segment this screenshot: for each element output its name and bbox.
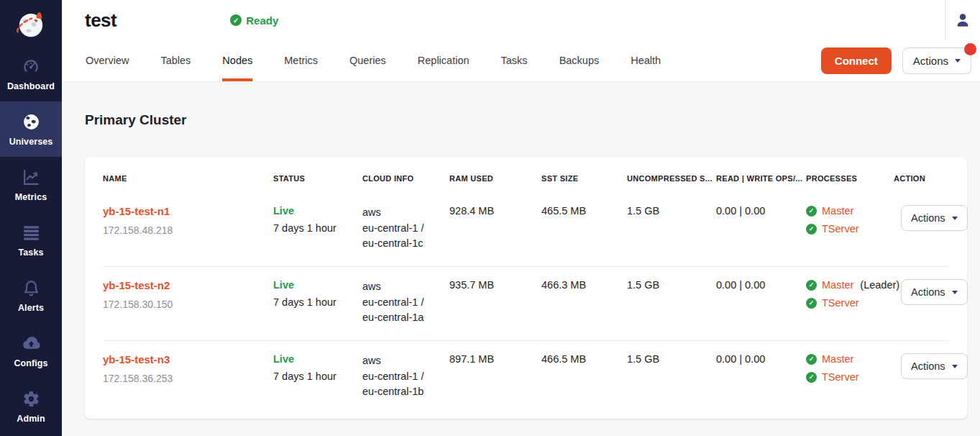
tab-overview[interactable]: Overview bbox=[86, 40, 129, 81]
node-status: Live bbox=[273, 279, 355, 291]
table-row: yb-15-test-n2 172.158.30.150 Live 7 days… bbox=[103, 266, 949, 340]
sst-size-value: 466.3 MB bbox=[541, 279, 627, 325]
tab-replication[interactable]: Replication bbox=[418, 40, 470, 81]
globe-icon bbox=[22, 112, 41, 132]
process-tserver: TServer bbox=[806, 297, 887, 309]
sidebar-item-metrics[interactable]: Metrics bbox=[0, 157, 62, 212]
node-ip: 172.158.48.218 bbox=[103, 224, 266, 236]
check-circle-icon bbox=[806, 206, 817, 217]
sst-size-value: 466.5 MB bbox=[541, 353, 627, 399]
read-write-ops-value: 0.00 | 0.00 bbox=[716, 279, 806, 325]
sidebar-item-alerts[interactable]: Alerts bbox=[0, 268, 62, 323]
sidebar-item-admin[interactable]: Admin bbox=[0, 378, 62, 434]
sidebar-item-label: Alerts bbox=[18, 303, 44, 313]
tab-nodes[interactable]: Nodes bbox=[222, 40, 252, 81]
node-status: Live bbox=[273, 205, 355, 217]
cloud-region: eu-central-1 / eu-central-1b bbox=[362, 369, 436, 399]
universe-title: test bbox=[85, 9, 116, 32]
cloud-provider: aws bbox=[362, 205, 436, 220]
sidebar-item-label: Dashboard bbox=[7, 81, 55, 91]
processes-cell: Master TServer bbox=[806, 205, 894, 251]
notification-dot bbox=[964, 43, 976, 55]
sst-size-value: 465.5 MB bbox=[541, 205, 627, 251]
ram-used-value: 928.4 MB bbox=[449, 205, 541, 251]
gear-icon bbox=[22, 389, 41, 409]
tab-queries[interactable]: Queries bbox=[349, 40, 386, 81]
table-row: yb-15-test-n1 172.158.48.218 Live 7 days… bbox=[103, 193, 949, 266]
connect-button[interactable]: Connect bbox=[821, 47, 892, 74]
universe-tabbar: Overview Tables Nodes Metrics Queries Re… bbox=[62, 40, 980, 82]
tab-metrics[interactable]: Metrics bbox=[284, 40, 318, 81]
uncompressed-value: 1.5 GB bbox=[627, 353, 716, 399]
col-processes: PROCESSES bbox=[806, 174, 894, 183]
sidebar-item-universes[interactable]: Universes bbox=[0, 101, 62, 157]
sidebar-item-dashboard[interactable]: Dashboard bbox=[0, 46, 62, 101]
list-icon bbox=[22, 223, 41, 242]
node-ip: 172.158.30.150 bbox=[103, 299, 266, 310]
node-ip: 172.158.36.253 bbox=[103, 373, 266, 384]
header-actions: Connect Actions bbox=[821, 40, 980, 81]
process-tserver: TServer bbox=[806, 223, 887, 235]
sidebar: Dashboard Universes bbox=[0, 0, 62, 436]
universe-actions-button[interactable]: Actions bbox=[902, 47, 971, 74]
uncompressed-value: 1.5 GB bbox=[627, 279, 716, 325]
universe-header: test Ready bbox=[62, 0, 980, 40]
chevron-down-icon bbox=[952, 365, 958, 368]
user-profile-button[interactable] bbox=[945, 12, 980, 28]
nodes-table-card: NAME STATUS CLOUD INFO RAM USED SST SIZE… bbox=[85, 157, 967, 419]
check-circle-icon bbox=[806, 298, 817, 309]
col-status: STATUS bbox=[273, 174, 362, 183]
sidebar-item-tasks[interactable]: Tasks bbox=[0, 212, 62, 268]
bell-icon bbox=[22, 278, 41, 298]
actions-button-label: Actions bbox=[913, 55, 948, 67]
cloud-upload-icon bbox=[22, 334, 41, 353]
node-actions-button[interactable]: Actions bbox=[901, 353, 968, 379]
cloud-provider: aws bbox=[362, 353, 436, 368]
gauge-icon bbox=[22, 57, 41, 76]
tab-backups[interactable]: Backups bbox=[559, 40, 600, 81]
topbar-right bbox=[945, 0, 980, 40]
chart-icon bbox=[22, 168, 41, 187]
planet-rocket-logo-icon bbox=[13, 6, 49, 42]
check-circle-icon bbox=[230, 14, 242, 26]
sidebar-nav: Dashboard Universes bbox=[0, 46, 62, 434]
tab-tasks[interactable]: Tasks bbox=[501, 40, 528, 81]
main-area: test Ready Overview Tables Nodes bbox=[62, 0, 980, 436]
ram-used-value: 935.7 MB bbox=[449, 279, 541, 325]
sidebar-item-label: Configs bbox=[14, 358, 47, 368]
sidebar-item-configs[interactable]: Configs bbox=[0, 323, 62, 378]
sidebar-item-label: Tasks bbox=[18, 247, 43, 258]
tab-tables[interactable]: Tables bbox=[160, 40, 191, 81]
node-actions-button[interactable]: Actions bbox=[901, 279, 968, 305]
col-read-write-ops: READ | WRITE OPS/... bbox=[716, 174, 806, 183]
content-area: Primary Cluster NAME STATUS CLOUD INFO R… bbox=[62, 82, 980, 436]
check-circle-icon bbox=[806, 372, 817, 383]
process-master: Master bbox=[806, 205, 887, 217]
process-master: Master (Leader) bbox=[806, 279, 887, 291]
process-master: Master bbox=[806, 353, 887, 365]
col-cloud-info: CLOUD INFO bbox=[362, 174, 449, 183]
chevron-down-icon bbox=[952, 291, 958, 294]
yugabyte-logo[interactable] bbox=[0, 0, 62, 46]
node-actions-button[interactable]: Actions bbox=[901, 205, 968, 231]
check-circle-icon bbox=[806, 280, 817, 291]
ready-status-badge: Ready bbox=[230, 14, 278, 27]
uncompressed-value: 1.5 GB bbox=[627, 205, 716, 251]
sidebar-item-label: Metrics bbox=[15, 192, 47, 202]
node-name-link[interactable]: yb-15-test-n3 bbox=[103, 353, 266, 365]
processes-cell: Master (Leader) TServer bbox=[806, 279, 894, 325]
processes-cell: Master TServer bbox=[806, 353, 894, 399]
read-write-ops-value: 0.00 | 0.00 bbox=[716, 353, 806, 399]
node-name-link[interactable]: yb-15-test-n1 bbox=[103, 205, 266, 217]
tab-health[interactable]: Health bbox=[631, 40, 661, 81]
chevron-down-icon bbox=[955, 59, 961, 63]
col-ram-used: RAM USED bbox=[449, 174, 541, 183]
node-status: Live bbox=[273, 353, 355, 365]
check-circle-icon bbox=[806, 354, 817, 365]
cloud-provider: aws bbox=[362, 279, 436, 294]
read-write-ops-value: 0.00 | 0.00 bbox=[716, 205, 806, 251]
process-tserver: TServer bbox=[806, 371, 887, 383]
node-name-link[interactable]: yb-15-test-n2 bbox=[103, 279, 266, 291]
sidebar-item-label: Universes bbox=[9, 137, 53, 147]
col-name: NAME bbox=[103, 174, 273, 183]
